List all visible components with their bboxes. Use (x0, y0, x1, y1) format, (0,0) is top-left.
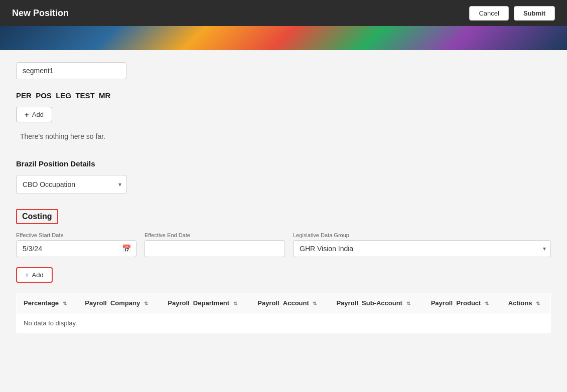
effective-start-date-input[interactable] (16, 240, 136, 257)
main-content: PER_POS_LEG_TEST_MR + Add There's nothin… (0, 50, 567, 392)
effective-end-date-label: Effective End Date (145, 232, 285, 238)
col-payroll-company: Payroll_Company ⇅ (78, 293, 161, 313)
header-actions: Cancel Submit (469, 6, 555, 21)
percentage-sort-icon[interactable]: ⇅ (63, 301, 67, 306)
payroll-sub-account-sort-icon[interactable]: ⇅ (406, 301, 410, 306)
per-pos-add-label: Add (32, 111, 44, 118)
app-header: New Position Cancel Submit (0, 0, 567, 26)
table-header: Percentage ⇅ Payroll_Company ⇅ Payroll_D… (17, 293, 551, 313)
col-payroll-company-label: Payroll_Company (85, 299, 140, 307)
payroll-department-sort-icon[interactable]: ⇅ (233, 301, 237, 306)
costing-section: Costing Effective Start Date 📅 Effective… (16, 209, 551, 333)
actions-sort-icon[interactable]: ⇅ (536, 301, 540, 306)
end-date-wrapper (145, 240, 285, 257)
page-title: New Position (12, 8, 69, 19)
legislative-data-group-field: Legislative Data Group GHR Vision India … (293, 232, 551, 257)
col-actions-label: Actions (508, 299, 532, 307)
cbo-occupation-select[interactable]: CBO Occupation (16, 175, 126, 194)
col-payroll-product: Payroll_Product ⇅ (424, 293, 501, 313)
leg-select-wrapper: GHR Vision India ▾ (293, 240, 551, 257)
effective-end-date-field: Effective End Date (145, 232, 285, 257)
effective-start-date-field: Effective Start Date 📅 (16, 232, 136, 257)
start-date-wrapper: 📅 (16, 240, 136, 257)
cbo-occupation-wrapper: CBO Occupation ▾ (16, 175, 126, 194)
payroll-company-sort-icon[interactable]: ⇅ (144, 301, 148, 306)
legislative-data-group-label: Legislative Data Group (293, 232, 551, 238)
brazil-section: Brazil Position Details CBO Occupation ▾ (16, 159, 551, 194)
brazil-section-label: Brazil Position Details (16, 159, 551, 168)
header-cancel-button[interactable]: Cancel (469, 6, 508, 21)
payroll-account-sort-icon[interactable]: ⇅ (313, 301, 317, 306)
per-pos-empty-message: There's nothing here so far. (16, 122, 551, 155)
effective-start-date-label: Effective Start Date (16, 232, 136, 238)
col-payroll-product-label: Payroll_Product (431, 299, 481, 307)
payroll-product-sort-icon[interactable]: ⇅ (485, 301, 489, 306)
per-pos-section-label: PER_POS_LEG_TEST_MR (16, 91, 551, 100)
table-header-row: Percentage ⇅ Payroll_Company ⇅ Payroll_D… (17, 293, 551, 313)
col-payroll-account: Payroll_Account ⇅ (250, 293, 329, 313)
plus-icon: + (25, 110, 29, 119)
header-submit-button[interactable]: Submit (514, 6, 555, 21)
col-payroll-sub-account: Payroll_Sub-Account ⇅ (329, 293, 423, 313)
col-percentage: Percentage ⇅ (17, 293, 78, 313)
col-actions: Actions ⇅ (501, 293, 551, 313)
per-pos-add-button[interactable]: + Add (16, 107, 52, 122)
legislative-data-group-select[interactable]: GHR Vision India (293, 240, 551, 257)
costing-table: Percentage ⇅ Payroll_Company ⇅ Payroll_D… (16, 293, 551, 333)
effective-end-date-input[interactable] (145, 240, 285, 257)
costing-add-button[interactable]: + Add (16, 267, 53, 283)
table-empty-message: No data to display. (17, 313, 551, 333)
costing-add-label: Add (32, 271, 44, 279)
calendar-icon[interactable]: 📅 (122, 244, 131, 253)
col-payroll-sub-account-label: Payroll_Sub-Account (336, 299, 402, 307)
segment-input[interactable] (16, 62, 126, 79)
costing-plus-icon: + (25, 271, 29, 279)
table-row-empty: No data to display. (17, 313, 551, 333)
per-pos-section: PER_POS_LEG_TEST_MR + Add There's nothin… (16, 91, 551, 155)
col-percentage-label: Percentage (24, 299, 59, 307)
table-body: No data to display. (17, 313, 551, 333)
col-payroll-account-label: Payroll_Account (257, 299, 309, 307)
col-payroll-department: Payroll_Department ⇅ (161, 293, 250, 313)
costing-form-row: Effective Start Date 📅 Effective End Dat… (16, 232, 551, 257)
costing-section-label: Costing (16, 209, 58, 224)
col-payroll-department-label: Payroll_Department (168, 299, 229, 307)
decorative-banner (0, 26, 567, 50)
